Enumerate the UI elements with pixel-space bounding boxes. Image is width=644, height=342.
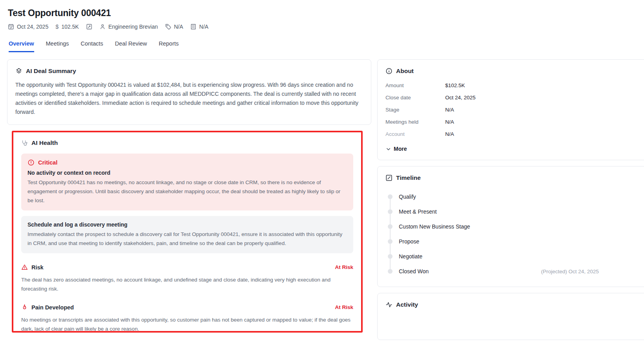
pain-body: No meetings or transcripts are associate… (21, 315, 353, 333)
stage-dot (388, 269, 393, 274)
meta-row: Oct 24, 2025 $ 102.5K Engineering Brevia… (8, 24, 644, 30)
chevron-down-icon (385, 146, 391, 152)
timeline-card: Timeline Qualify Meet & Present Custom N… (377, 166, 644, 287)
about-row-amount: Amount $102.5K (385, 82, 644, 88)
layers-diamond-icon (15, 68, 22, 75)
account-text: N/A (199, 24, 208, 30)
recommendation-body: Immediately contact the prospect to sche… (28, 230, 347, 248)
close-date-text: Oct 24, 2025 (17, 24, 48, 30)
about-row-close-date: Close date Oct 24, 2025 (385, 95, 644, 101)
info-icon (385, 68, 393, 75)
stethoscope-icon (21, 140, 28, 146)
pain-section-header: Pain Developed At Risk (21, 304, 353, 311)
ai-health-title: AI Health (31, 139, 58, 146)
recommendation-heading: Schedule and log a discovery meeting (28, 221, 347, 228)
recommendation-box: Schedule and log a discovery meeting Imm… (21, 216, 353, 253)
critical-body: Test Opportunity 000421 has no meetings,… (28, 178, 347, 205)
about-title: About (396, 68, 414, 75)
critical-label: Critical (38, 159, 57, 166)
tab-bar: Overview Meetings Contacts Deal Review R… (8, 40, 644, 52)
tag-icon (165, 24, 171, 30)
activity-card: Activity (377, 293, 644, 340)
stage-dot (388, 209, 393, 214)
pain-status-badge: At Risk (335, 304, 353, 310)
main-column: AI Deal Summary The opportunity with Tes… (7, 59, 371, 342)
owner-meta: Engineering Brevian (99, 24, 158, 30)
activity-title: Activity (396, 301, 418, 308)
amount-meta: $ 102.5K (55, 24, 79, 30)
dollar-icon: $ (55, 24, 59, 30)
risk-status-badge: At Risk (335, 264, 353, 270)
pain-label: Pain Developed (31, 304, 74, 311)
flame-icon (21, 304, 28, 311)
critical-alert-box: Critical No activity or context on recor… (21, 154, 353, 210)
tab-contacts[interactable]: Contacts (81, 40, 103, 52)
ai-deal-summary-card: AI Deal Summary The opportunity with Tes… (7, 59, 371, 125)
edit-meta[interactable] (86, 24, 92, 30)
timeline-stage-meet-present: Meet & Present (388, 204, 644, 219)
edit-icon[interactable] (86, 24, 92, 30)
tag-meta: N/A (165, 24, 183, 30)
risk-section-header: Risk At Risk (21, 264, 353, 271)
stage-dot (388, 254, 393, 259)
ai-health-card: AI Health Critical No activity or contex… (12, 131, 363, 333)
timeline-icon (385, 174, 393, 181)
stage-dot (388, 224, 393, 229)
opportunity-page: Test Opportunity 000421 Oct 24, 2025 $ 1… (0, 0, 644, 342)
about-card: About Amount $102.5K Close date Oct 24, … (377, 59, 644, 160)
more-label: More (394, 146, 407, 152)
ai-deal-summary-title: AI Deal Summary (26, 68, 76, 75)
tab-deal-review[interactable]: Deal Review (115, 40, 147, 52)
timeline-title: Timeline (396, 174, 421, 181)
triangle-alert-icon (21, 264, 28, 271)
about-row-account: Account N/A (385, 131, 644, 137)
tag-text: N/A (174, 24, 183, 30)
risk-body: The deal has zero associated meetings, n… (21, 275, 353, 293)
person-icon (99, 24, 106, 30)
close-date-meta: Oct 24, 2025 (8, 24, 48, 30)
owner-text: Engineering Brevian (108, 24, 158, 30)
activity-pulse-icon (385, 301, 393, 308)
about-row-stage: Stage N/A (385, 107, 644, 113)
more-toggle[interactable]: More (385, 146, 644, 152)
timeline-stage-closed-won: Closed Won (Projected) Oct 24, 2025 (388, 264, 644, 279)
timeline-stage-propose: Propose (388, 234, 644, 249)
timeline-stage-custom-new-business: Custom New Business Stage (388, 219, 644, 234)
risk-label: Risk (31, 264, 44, 271)
ai-deal-summary-text: The opportunity with Test Opportunity 00… (15, 80, 363, 117)
timeline-list: Qualify Meet & Present Custom New Busine… (385, 189, 644, 279)
critical-heading: No activity or context on record (28, 170, 347, 176)
timeline-stage-negotiate: Negotiate (388, 249, 644, 264)
stage-dot (388, 239, 393, 244)
page-title: Test Opportunity 000421 (8, 8, 644, 18)
tab-meetings[interactable]: Meetings (46, 40, 69, 52)
calendar-check-icon (8, 24, 14, 30)
timeline-stage-qualify: Qualify (388, 189, 644, 204)
side-column: About Amount $102.5K Close date Oct 24, … (377, 59, 644, 342)
building-icon (190, 24, 196, 30)
account-meta: N/A (190, 24, 208, 30)
amount-text: 102.5K (61, 24, 79, 30)
projected-close-note: (Projected) Oct 24, 2025 (541, 269, 644, 274)
stage-dot (388, 194, 393, 199)
alert-circle-icon (28, 159, 35, 166)
tab-overview[interactable]: Overview (9, 40, 34, 52)
tab-reports[interactable]: Reports (159, 40, 179, 52)
about-row-meetings-held: Meetings held N/A (385, 119, 644, 125)
